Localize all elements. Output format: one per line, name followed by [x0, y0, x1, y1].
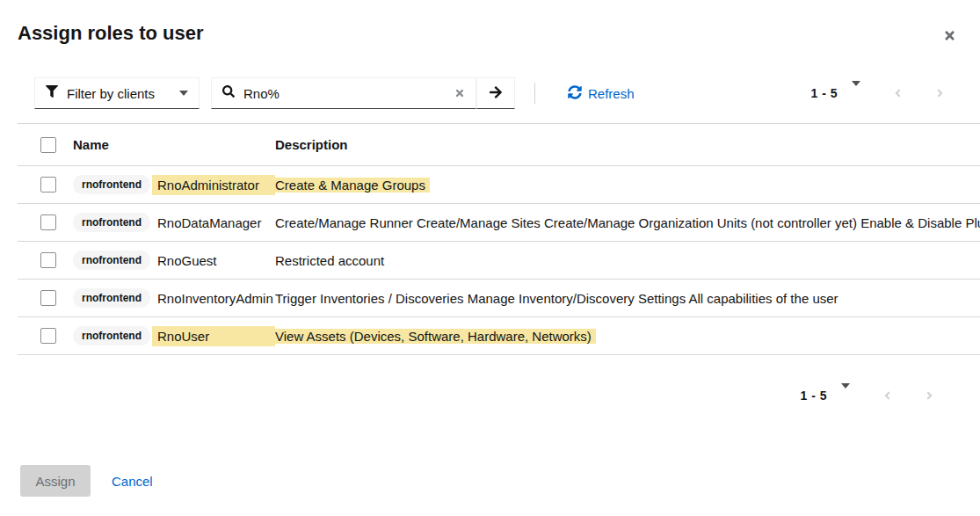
filter-dropdown-label: Filter by clients [67, 86, 179, 101]
pagination-range: 1 - 5 [810, 86, 838, 100]
search-input[interactable] [242, 85, 453, 102]
chevron-down-icon [841, 383, 850, 402]
client-badge: rnofrontend [73, 175, 150, 194]
roles-table: Name Description rnofrontend RnoAdminist… [18, 123, 980, 355]
cancel-button[interactable]: Cancel [112, 474, 153, 489]
clear-icon [454, 88, 465, 101]
table-row: rnofrontend RnoUser View Assets (Devices… [18, 317, 980, 355]
next-page-button[interactable] [935, 87, 945, 99]
submit-search-button[interactable] [476, 77, 515, 109]
chevron-right-icon [925, 391, 934, 404]
search-group [211, 77, 515, 109]
client-badge: rnofrontend [73, 326, 150, 345]
role-description: Create/Manage Runner Create/Manage Sites… [275, 215, 980, 230]
table-row: rnofrontend RnoInventoryAdmin Trigger In… [18, 280, 980, 317]
chevron-right-icon [935, 89, 945, 102]
table-row: rnofrontend RnoAdministrator Create & Ma… [18, 166, 980, 204]
search-icon [222, 85, 235, 101]
role-name: RnoInventoryAdmin [157, 291, 275, 306]
close-icon [943, 32, 956, 45]
row-checkbox[interactable] [40, 214, 56, 230]
row-checkbox[interactable] [40, 290, 56, 306]
client-badge: rnofrontend [73, 288, 150, 308]
row-checkbox[interactable] [40, 252, 56, 268]
role-description: Trigger Inventories / Discoveries Manage… [275, 291, 838, 306]
pagination-top: 1 - 5 [810, 86, 945, 100]
pagination-range: 1 - 5 [800, 389, 827, 403]
table-row: rnofrontend RnoGuest Restricted account [18, 242, 980, 280]
chevron-left-icon [893, 89, 903, 102]
refresh-label: Refresh [588, 86, 635, 101]
chevron-down-icon [179, 91, 188, 96]
row-checkbox[interactable] [40, 177, 56, 193]
filter-by-clients-dropdown[interactable]: Filter by clients [34, 77, 200, 109]
refresh-icon [568, 85, 582, 102]
row-checkbox[interactable] [40, 328, 56, 344]
toolbar: Filter by clients Refresh 1 - [34, 77, 980, 109]
column-header-name: Name [73, 137, 109, 152]
chevron-down-icon [852, 81, 860, 99]
next-page-button[interactable] [925, 389, 934, 402]
toolbar-divider [534, 83, 535, 104]
role-description: View Assets (Devices, Software, Hardware… [275, 329, 596, 344]
role-name: RnoUser [152, 326, 275, 346]
page-title: Assign roles to user [18, 22, 204, 45]
search-field-wrap [211, 77, 476, 109]
close-button[interactable] [941, 27, 958, 44]
filter-icon [46, 85, 58, 101]
column-header-description: Description [275, 137, 348, 152]
role-name: RnoAdministrator [152, 175, 275, 195]
client-badge: rnofrontend [73, 213, 150, 232]
select-all-checkbox[interactable] [40, 137, 56, 153]
assign-button[interactable]: Assign [20, 465, 91, 497]
clear-search-button[interactable] [453, 88, 467, 98]
role-description: Create & Manage Groups [275, 178, 430, 193]
role-name: RnoDataManager [157, 215, 275, 230]
arrow-right-icon [489, 85, 503, 102]
role-name: RnoGuest [157, 253, 275, 268]
refresh-button[interactable]: Refresh [568, 85, 635, 102]
chevron-left-icon [882, 391, 892, 404]
pagination-bottom: 1 - 5 [800, 389, 934, 403]
previous-page-button[interactable] [893, 87, 903, 99]
table-row: rnofrontend RnoDataManager Create/Manage… [18, 204, 980, 242]
modal-footer: Assign Cancel [20, 465, 153, 497]
table-header-row: Name Description [18, 124, 980, 166]
role-description: Restricted account [275, 253, 384, 268]
previous-page-button[interactable] [882, 389, 892, 402]
client-badge: rnofrontend [73, 251, 150, 270]
